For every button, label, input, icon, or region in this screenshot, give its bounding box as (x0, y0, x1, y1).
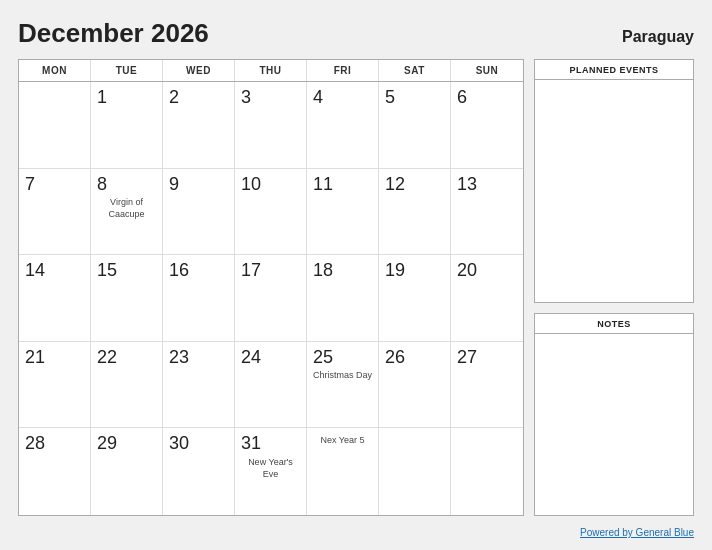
day-number: 16 (169, 260, 228, 282)
table-row: Nex Year 5 (307, 428, 379, 515)
day-number: 12 (385, 174, 444, 196)
day-header-sat: SAT (379, 60, 451, 81)
day-number: 28 (25, 433, 84, 455)
table-row: 17 (235, 255, 307, 342)
day-number: 18 (313, 260, 372, 282)
table-row: 8Virgin of Caacupe (91, 169, 163, 256)
sidebar: PLANNED EVENTS NOTES (534, 59, 694, 516)
day-number: 25 (313, 347, 372, 369)
day-header-tue: TUE (91, 60, 163, 81)
table-row: 9 (163, 169, 235, 256)
table-row: 30 (163, 428, 235, 515)
table-row: 14 (19, 255, 91, 342)
table-row: 15 (91, 255, 163, 342)
table-row: 18 (307, 255, 379, 342)
table-row: 20 (451, 255, 523, 342)
table-row: 26 (379, 342, 451, 429)
event-label: Nex Year 5 (313, 435, 372, 447)
powered-by-link[interactable]: Powered by General Blue (580, 527, 694, 538)
table-row: 11 (307, 169, 379, 256)
day-number: 4 (313, 87, 372, 109)
table-row: 12 (379, 169, 451, 256)
day-number: 17 (241, 260, 300, 282)
planned-events-title: PLANNED EVENTS (535, 60, 693, 80)
notes-content (535, 334, 693, 515)
day-number: 13 (457, 174, 517, 196)
table-row: 22 (91, 342, 163, 429)
table-row: 13 (451, 169, 523, 256)
page: December 2026 Paraguay MONTUEWEDTHUFRISA… (0, 0, 712, 550)
day-number: 3 (241, 87, 300, 109)
day-number: 27 (457, 347, 517, 369)
table-row: 5 (379, 82, 451, 169)
day-header-thu: THU (235, 60, 307, 81)
header: December 2026 Paraguay (18, 18, 694, 49)
event-label: New Year's Eve (241, 457, 300, 480)
table-row: 23 (163, 342, 235, 429)
day-number: 14 (25, 260, 84, 282)
day-number: 5 (385, 87, 444, 109)
table-row: 21 (19, 342, 91, 429)
day-number: 9 (169, 174, 228, 196)
calendar-grid: 12345678Virgin of Caacupe910111213141516… (19, 82, 523, 515)
table-row (451, 428, 523, 515)
table-row: 16 (163, 255, 235, 342)
day-number: 30 (169, 433, 228, 455)
table-row: 1 (91, 82, 163, 169)
day-header-wed: WED (163, 60, 235, 81)
day-number: 23 (169, 347, 228, 369)
table-row: 25Christmas Day (307, 342, 379, 429)
table-row: 4 (307, 82, 379, 169)
notes-box: NOTES (534, 313, 694, 516)
planned-events-content (535, 80, 693, 302)
day-number: 1 (97, 87, 156, 109)
day-header-fri: FRI (307, 60, 379, 81)
day-header-mon: MON (19, 60, 91, 81)
day-number: 20 (457, 260, 517, 282)
calendar-header-row: MONTUEWEDTHUFRISATSUN (19, 60, 523, 82)
day-number: 15 (97, 260, 156, 282)
calendar: MONTUEWEDTHUFRISATSUN 12345678Virgin of … (18, 59, 524, 516)
main-area: MONTUEWEDTHUFRISATSUN 12345678Virgin of … (18, 59, 694, 516)
table-row (379, 428, 451, 515)
table-row: 24 (235, 342, 307, 429)
table-row: 6 (451, 82, 523, 169)
table-row: 29 (91, 428, 163, 515)
country-label: Paraguay (622, 28, 694, 46)
table-row: 10 (235, 169, 307, 256)
day-number: 26 (385, 347, 444, 369)
day-number: 7 (25, 174, 84, 196)
table-row: 2 (163, 82, 235, 169)
table-row: 28 (19, 428, 91, 515)
table-row: 19 (379, 255, 451, 342)
notes-title: NOTES (535, 314, 693, 334)
event-label: Virgin of Caacupe (97, 197, 156, 220)
planned-events-box: PLANNED EVENTS (534, 59, 694, 303)
day-number: 21 (25, 347, 84, 369)
day-number: 19 (385, 260, 444, 282)
footer: Powered by General Blue (18, 522, 694, 540)
table-row (19, 82, 91, 169)
table-row: 7 (19, 169, 91, 256)
day-number: 6 (457, 87, 517, 109)
event-label: Christmas Day (313, 370, 372, 382)
day-number: 2 (169, 87, 228, 109)
day-number: 29 (97, 433, 156, 455)
page-title: December 2026 (18, 18, 209, 49)
day-number: 31 (241, 433, 300, 455)
table-row: 3 (235, 82, 307, 169)
day-number: 11 (313, 174, 372, 196)
table-row: 31New Year's Eve (235, 428, 307, 515)
day-number: 10 (241, 174, 300, 196)
day-header-sun: SUN (451, 60, 523, 81)
day-number: 24 (241, 347, 300, 369)
day-number: 8 (97, 174, 156, 196)
table-row: 27 (451, 342, 523, 429)
day-number: 22 (97, 347, 156, 369)
